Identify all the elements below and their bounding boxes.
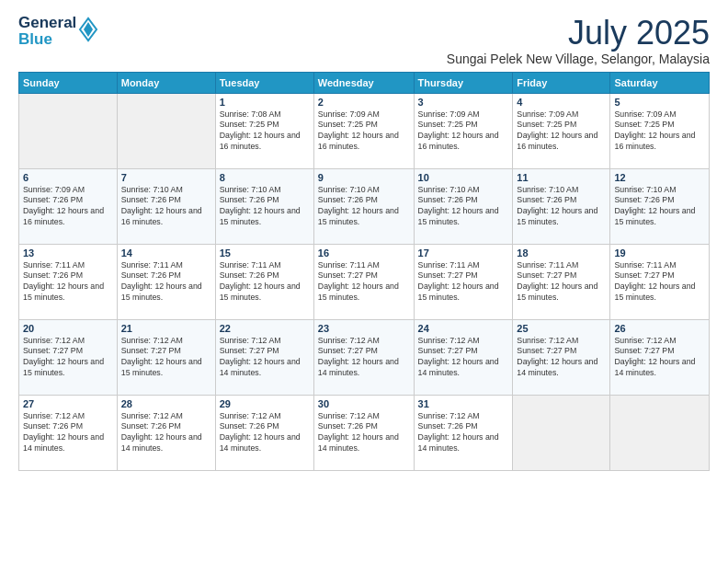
day-info: Sunrise: 7:12 AM Sunset: 7:27 PM Dayligh… <box>318 336 410 380</box>
day-number: 3 <box>418 97 509 108</box>
day-info: Sunrise: 7:12 AM Sunset: 7:27 PM Dayligh… <box>418 336 509 380</box>
day-number: 5 <box>614 97 705 108</box>
day-number: 10 <box>418 172 509 183</box>
day-cell: 5Sunrise: 7:09 AM Sunset: 7:25 PM Daylig… <box>610 93 710 168</box>
day-cell: 28Sunrise: 7:12 AM Sunset: 7:26 PM Dayli… <box>117 395 215 470</box>
day-cell: 11Sunrise: 7:10 AM Sunset: 7:26 PM Dayli… <box>513 168 610 244</box>
day-cell: 6Sunrise: 7:09 AM Sunset: 7:26 PM Daylig… <box>19 168 118 244</box>
day-cell <box>117 93 215 168</box>
day-number: 14 <box>121 247 211 259</box>
day-number: 31 <box>418 398 509 409</box>
day-cell: 9Sunrise: 7:10 AM Sunset: 7:26 PM Daylig… <box>313 168 414 244</box>
page: General Blue July 2025 Sungai Pelek New … <box>0 0 728 563</box>
day-info: Sunrise: 7:11 AM Sunset: 7:27 PM Dayligh… <box>418 260 509 304</box>
day-cell: 29Sunrise: 7:12 AM Sunset: 7:26 PM Dayli… <box>215 395 313 470</box>
day-number: 17 <box>418 247 509 259</box>
day-cell: 17Sunrise: 7:11 AM Sunset: 7:27 PM Dayli… <box>414 244 513 319</box>
day-info: Sunrise: 7:10 AM Sunset: 7:26 PM Dayligh… <box>418 185 509 229</box>
day-info: Sunrise: 7:12 AM Sunset: 7:26 PM Dayligh… <box>121 411 211 455</box>
header-cell-monday: Monday <box>117 72 215 93</box>
day-info: Sunrise: 7:10 AM Sunset: 7:26 PM Dayligh… <box>220 185 310 229</box>
header-cell-sunday: Sunday <box>19 72 118 93</box>
day-number: 12 <box>614 172 705 183</box>
day-info: Sunrise: 7:10 AM Sunset: 7:26 PM Dayligh… <box>517 185 606 229</box>
day-info: Sunrise: 7:09 AM Sunset: 7:26 PM Dayligh… <box>23 185 113 229</box>
day-info: Sunrise: 7:10 AM Sunset: 7:26 PM Dayligh… <box>318 185 410 229</box>
day-cell: 19Sunrise: 7:11 AM Sunset: 7:27 PM Dayli… <box>610 244 710 319</box>
day-info: Sunrise: 7:11 AM Sunset: 7:26 PM Dayligh… <box>121 260 211 304</box>
subtitle: Sungai Pelek New Village, Selangor, Mala… <box>447 52 710 66</box>
day-cell: 27Sunrise: 7:12 AM Sunset: 7:26 PM Dayli… <box>19 395 118 470</box>
day-info: Sunrise: 7:10 AM Sunset: 7:26 PM Dayligh… <box>614 185 705 229</box>
day-cell: 4Sunrise: 7:09 AM Sunset: 7:25 PM Daylig… <box>513 93 610 168</box>
day-cell: 22Sunrise: 7:12 AM Sunset: 7:27 PM Dayli… <box>215 319 313 395</box>
day-number: 15 <box>220 247 310 259</box>
header-cell-tuesday: Tuesday <box>215 72 313 93</box>
week-row-1: 1Sunrise: 7:08 AM Sunset: 7:25 PM Daylig… <box>19 93 710 168</box>
day-cell <box>513 395 610 470</box>
day-number: 26 <box>614 323 705 334</box>
day-number: 4 <box>517 97 606 108</box>
day-number: 23 <box>318 323 410 334</box>
header-cell-thursday: Thursday <box>414 72 513 93</box>
svg-marker-1 <box>84 22 93 37</box>
day-number: 2 <box>318 97 410 108</box>
day-cell: 20Sunrise: 7:12 AM Sunset: 7:27 PM Dayli… <box>19 319 118 395</box>
day-info: Sunrise: 7:12 AM Sunset: 7:26 PM Dayligh… <box>318 411 410 455</box>
day-number: 16 <box>318 247 410 259</box>
day-info: Sunrise: 7:09 AM Sunset: 7:25 PM Dayligh… <box>517 109 606 154</box>
day-number: 28 <box>121 398 211 409</box>
day-number: 29 <box>220 398 310 409</box>
day-cell: 3Sunrise: 7:09 AM Sunset: 7:25 PM Daylig… <box>414 93 513 168</box>
header: General Blue July 2025 Sungai Pelek New … <box>18 15 710 66</box>
day-cell: 2Sunrise: 7:09 AM Sunset: 7:25 PM Daylig… <box>313 93 414 168</box>
day-cell: 1Sunrise: 7:08 AM Sunset: 7:25 PM Daylig… <box>215 93 313 168</box>
day-cell: 10Sunrise: 7:10 AM Sunset: 7:26 PM Dayli… <box>414 168 513 244</box>
day-cell: 13Sunrise: 7:11 AM Sunset: 7:26 PM Dayli… <box>19 244 118 319</box>
logo: General Blue <box>18 15 98 48</box>
day-info: Sunrise: 7:09 AM Sunset: 7:25 PM Dayligh… <box>418 109 509 154</box>
day-cell <box>610 395 710 470</box>
logo-icon <box>78 17 98 46</box>
day-cell: 7Sunrise: 7:10 AM Sunset: 7:26 PM Daylig… <box>117 168 215 244</box>
day-number: 20 <box>23 323 113 334</box>
week-row-3: 13Sunrise: 7:11 AM Sunset: 7:26 PM Dayli… <box>19 244 710 319</box>
day-number: 11 <box>517 172 606 183</box>
header-cell-friday: Friday <box>513 72 610 93</box>
title-block: July 2025 Sungai Pelek New Village, Sela… <box>447 15 710 66</box>
day-cell: 30Sunrise: 7:12 AM Sunset: 7:26 PM Dayli… <box>313 395 414 470</box>
day-info: Sunrise: 7:11 AM Sunset: 7:27 PM Dayligh… <box>517 260 606 304</box>
month-title: July 2025 <box>447 15 710 52</box>
day-cell: 18Sunrise: 7:11 AM Sunset: 7:27 PM Dayli… <box>513 244 610 319</box>
header-cell-wednesday: Wednesday <box>313 72 414 93</box>
day-cell <box>19 93 118 168</box>
logo-general: General <box>18 15 76 31</box>
day-number: 21 <box>121 323 211 334</box>
day-cell: 24Sunrise: 7:12 AM Sunset: 7:27 PM Dayli… <box>414 319 513 395</box>
day-info: Sunrise: 7:12 AM Sunset: 7:27 PM Dayligh… <box>220 336 310 380</box>
day-info: Sunrise: 7:11 AM Sunset: 7:26 PM Dayligh… <box>23 260 113 304</box>
day-cell: 23Sunrise: 7:12 AM Sunset: 7:27 PM Dayli… <box>313 319 414 395</box>
day-number: 24 <box>418 323 509 334</box>
day-info: Sunrise: 7:11 AM Sunset: 7:27 PM Dayligh… <box>614 260 705 304</box>
day-cell: 15Sunrise: 7:11 AM Sunset: 7:26 PM Dayli… <box>215 244 313 319</box>
day-info: Sunrise: 7:12 AM Sunset: 7:26 PM Dayligh… <box>220 411 310 455</box>
week-row-2: 6Sunrise: 7:09 AM Sunset: 7:26 PM Daylig… <box>19 168 710 244</box>
header-cell-saturday: Saturday <box>610 72 710 93</box>
day-number: 7 <box>121 172 211 183</box>
day-info: Sunrise: 7:08 AM Sunset: 7:25 PM Dayligh… <box>220 109 310 154</box>
day-cell: 16Sunrise: 7:11 AM Sunset: 7:27 PM Dayli… <box>313 244 414 319</box>
day-number: 18 <box>517 247 606 259</box>
day-number: 9 <box>318 172 410 183</box>
logo-blue: Blue <box>18 31 76 48</box>
day-info: Sunrise: 7:12 AM Sunset: 7:26 PM Dayligh… <box>23 411 113 455</box>
day-cell: 25Sunrise: 7:12 AM Sunset: 7:27 PM Dayli… <box>513 319 610 395</box>
day-info: Sunrise: 7:12 AM Sunset: 7:27 PM Dayligh… <box>23 336 113 380</box>
day-number: 22 <box>220 323 310 334</box>
day-info: Sunrise: 7:12 AM Sunset: 7:26 PM Dayligh… <box>418 411 509 455</box>
day-number: 25 <box>517 323 606 334</box>
header-row: SundayMondayTuesdayWednesdayThursdayFrid… <box>19 72 710 93</box>
day-info: Sunrise: 7:09 AM Sunset: 7:25 PM Dayligh… <box>614 109 705 154</box>
day-info: Sunrise: 7:12 AM Sunset: 7:27 PM Dayligh… <box>121 336 211 380</box>
day-info: Sunrise: 7:11 AM Sunset: 7:27 PM Dayligh… <box>318 260 410 304</box>
